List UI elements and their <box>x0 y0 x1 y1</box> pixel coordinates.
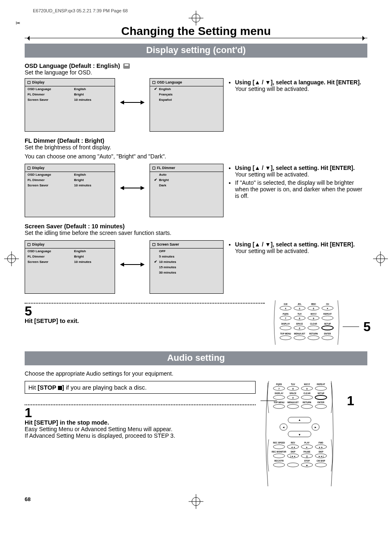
chapter-header: ✂ Changing the Setting menu <box>25 25 367 41</box>
screen-saver-heading: Screen Saver (Default : 10 minutes) <box>25 223 367 230</box>
svg-text:REPEAT: REPEAT <box>317 383 325 385</box>
svg-point-45 <box>280 336 291 340</box>
svg-text:REC MONITOR: REC MONITOR <box>272 450 286 453</box>
svg-text:9: 9 <box>313 317 314 320</box>
panel-icon <box>28 243 30 246</box>
svg-text:◄: ◄ <box>282 426 285 429</box>
svg-text:►►|: ►►| <box>318 455 324 457</box>
svg-text:7: 7 <box>285 317 286 320</box>
crop-mark-right <box>373 251 388 268</box>
step-1-line1: Hit [SETUP] in the stop mode. <box>25 419 256 426</box>
svg-point-47 <box>294 336 305 340</box>
svg-text:WXYZ: WXYZ <box>311 313 316 315</box>
svg-text:MNO: MNO <box>311 303 316 305</box>
screen-saver-instructions: Using [▲ / ▼], select a setting. Hit [EN… <box>228 240 367 254</box>
svg-text:►: ► <box>314 426 317 429</box>
option-english: English <box>150 86 223 92</box>
double-arrow-icon <box>120 99 145 106</box>
step-1-callout: 1 <box>347 393 354 409</box>
svg-text:0: 0 <box>292 397 293 399</box>
svg-point-63 <box>315 386 327 390</box>
svg-marker-8 <box>141 186 145 190</box>
option-espanol: Español <box>150 97 223 102</box>
osd-language-section: OSD Language (Default : English) Set the… <box>25 63 367 132</box>
panel-icon <box>152 243 155 246</box>
svg-text:TUV: TUV <box>291 383 295 385</box>
svg-text:MENU/LIST: MENU/LIST <box>288 401 299 404</box>
osd-language-options-panel: OSD Language English Français Español <box>150 78 224 132</box>
svg-text:FWD: FWD <box>318 441 323 444</box>
svg-text:▲: ▲ <box>298 418 301 421</box>
option-francais: Français <box>150 92 223 97</box>
svg-point-70 <box>301 395 313 399</box>
svg-text:7: 7 <box>278 388 279 390</box>
svg-text:8: 8 <box>292 388 293 390</box>
svg-text:SKIP: SKIP <box>318 450 323 453</box>
dotted-rule <box>25 303 265 304</box>
dvd-badge-icon <box>123 63 130 69</box>
svg-text:WXYZ: WXYZ <box>304 383 310 385</box>
svg-point-65 <box>273 395 285 399</box>
step-5-callout: 5 <box>363 319 371 334</box>
display-setting-band: Display setting (cont'd) <box>25 44 367 58</box>
svg-text:PAUSE: PAUSE <box>304 450 311 453</box>
diamond-left-icon <box>25 36 30 41</box>
svg-point-74 <box>273 404 285 409</box>
svg-text:SKIP: SKIP <box>291 450 295 453</box>
fl-dimmer-instructions: Using [▲ / ▼], select a setting. Hit [EN… <box>228 164 367 199</box>
crop-mark-left <box>4 251 19 268</box>
svg-text:RETURN: RETURN <box>309 332 318 335</box>
svg-text:►►: ►► <box>319 446 323 448</box>
svg-text:9: 9 <box>306 388 307 390</box>
svg-text:REPEAT: REPEAT <box>323 313 332 315</box>
remote-diagram-step1: PQRS7TUV8WXYZ9REPEATDISPLAYSPACE0CLEARSE… <box>261 381 351 488</box>
osd-language-instructions: Using [▲ / ▼], select a language. Hit [E… <box>228 78 367 92</box>
svg-text:MENU/LIST: MENU/LIST <box>294 332 305 335</box>
svg-text:▼: ▼ <box>326 307 328 310</box>
svg-point-43 <box>322 326 333 330</box>
svg-text:4: 4 <box>285 307 286 310</box>
chapter-title: Changing the Setting menu <box>25 25 367 38</box>
screen-saver-options-panel: Screen Saver OFF 5 minutes 10 minutes 15… <box>150 240 224 294</box>
step-1-number: 1 <box>25 406 256 419</box>
svg-text:TUV: TUV <box>297 313 302 315</box>
svg-text:CH: CH <box>326 303 329 305</box>
option-dark: Dark <box>150 183 223 188</box>
svg-text:5: 5 <box>299 307 300 310</box>
option-10min: 10 minutes <box>150 259 223 265</box>
svg-point-36 <box>280 326 291 330</box>
svg-text:PLAY: PLAY <box>304 441 310 444</box>
svg-marker-7 <box>120 186 124 190</box>
step-5-text: Hit [SETUP] to exit. <box>25 318 265 324</box>
svg-point-80 <box>315 404 327 409</box>
audio-setting-band: Audio setting <box>25 351 367 365</box>
svg-text:|◄◄: |◄◄ <box>291 455 295 457</box>
crop-mark-bottom <box>189 494 203 511</box>
svg-text:SETUP: SETUP <box>324 323 331 325</box>
svg-text:ENTER: ENTER <box>324 332 331 335</box>
svg-point-101 <box>273 454 285 458</box>
svg-point-51 <box>322 336 333 340</box>
svg-text:CM SKIP: CM SKIP <box>317 460 326 462</box>
svg-text:■: ■ <box>306 464 307 467</box>
osd-language-heading: OSD Language (Default : English) <box>25 63 367 69</box>
diamond-right-icon <box>362 36 367 41</box>
svg-point-41 <box>308 326 319 330</box>
svg-text:TOP MENU: TOP MENU <box>280 332 291 335</box>
svg-point-34 <box>322 316 333 320</box>
display-menu-panel: Display OSD LanguageEnglish FL DimmerBri… <box>25 78 115 132</box>
svg-text:JKL: JKL <box>297 303 301 305</box>
option-off: OFF <box>150 248 223 254</box>
svg-text:ENTER: ENTER <box>318 401 325 404</box>
stop-icon <box>58 386 62 390</box>
osd-language-sub: Set the language for OSD. <box>25 69 367 76</box>
svg-text:STOP: STOP <box>304 460 310 462</box>
option-bright: Bright <box>150 177 223 183</box>
option-30min: 30 minutes <box>150 270 223 275</box>
svg-text:▼: ▼ <box>298 433 301 436</box>
display-menu-panel: Display OSD LanguageEnglish FL DimmerBri… <box>25 164 115 217</box>
panel-icon <box>152 81 155 84</box>
step-1-line3: If Advanced Setting Menu is displayed, p… <box>25 432 256 439</box>
svg-text:CLEAR: CLEAR <box>310 323 317 325</box>
option-15min: 15 minutes <box>150 265 223 270</box>
